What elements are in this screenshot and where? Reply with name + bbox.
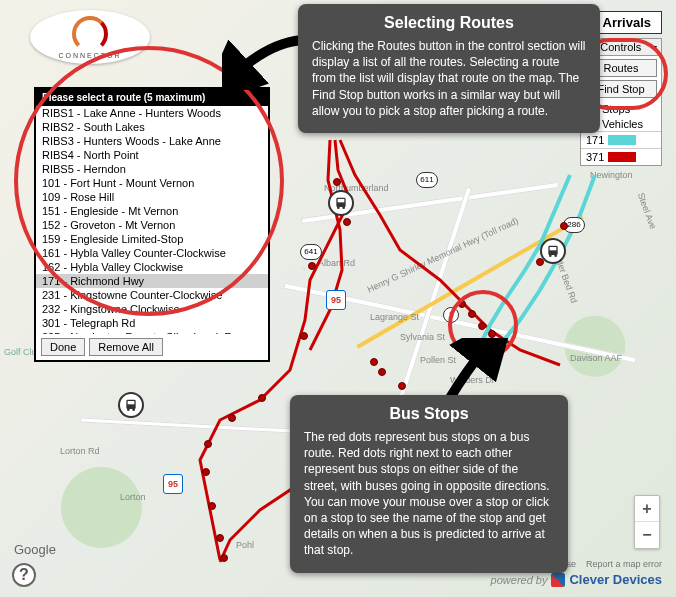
route-list-item[interactable]: RIBS3 - Hunters Woods - Lake Anne [36, 134, 268, 148]
bus-stop[interactable] [333, 178, 341, 186]
bus-stop[interactable] [458, 300, 466, 308]
route-legend-number: 371 [586, 151, 604, 163]
route-list-item[interactable]: RIBS4 - North Point [36, 148, 268, 162]
bus-stop[interactable] [300, 332, 308, 340]
arrivals-button[interactable]: Arrivals [592, 11, 662, 34]
callout-body: The red dots represent bus stops on a bu… [304, 429, 554, 559]
bus-stop[interactable] [398, 382, 406, 390]
zoom-control: + − [634, 495, 660, 549]
svg-point-7 [132, 408, 135, 411]
svg-point-3 [342, 206, 345, 209]
callout-selecting-routes: Selecting Routes Clicking the Routes but… [298, 4, 600, 133]
route-list-item[interactable]: 101 - Fort Hunt - Mount Vernon [36, 176, 268, 190]
bus-stop[interactable] [216, 534, 224, 542]
route-shield-641: 641 [300, 244, 322, 260]
clever-devices-icon [551, 573, 565, 587]
bus-vehicle-icon[interactable] [118, 392, 144, 418]
route-list-item[interactable]: 232 - Kingstowne Clockwise [36, 302, 268, 316]
callout-title: Bus Stops [304, 405, 554, 423]
callout-bus-stops: Bus Stops The red dots represent bus sto… [290, 395, 568, 573]
logo-text: CONNECTOR [59, 52, 122, 59]
route-list-item[interactable]: 162 - Hybla Valley Clockwise [36, 260, 268, 274]
remove-all-button[interactable]: Remove All [89, 338, 163, 356]
bus-stop[interactable] [228, 414, 236, 422]
road-label: Sylvania St [400, 332, 445, 342]
route-shield-i95: 95 [163, 474, 183, 494]
svg-rect-9 [550, 247, 557, 250]
route-list-item[interactable]: 152 - Groveton - Mt Vernon [36, 218, 268, 232]
report-error-link[interactable]: Report a map error [586, 559, 662, 569]
route-list-item[interactable]: 231 - Kingstowne Counter-Clockwise [36, 288, 268, 302]
route-list-item[interactable]: 161 - Hybla Valley Counter-Clockwise [36, 246, 268, 260]
place-label: Lorton [120, 492, 146, 502]
route-color-swatch [608, 135, 636, 145]
route-legend-number: 171 [586, 134, 604, 146]
road-label: Lagrange St [370, 312, 419, 322]
done-button[interactable]: Done [41, 338, 85, 356]
bus-stop[interactable] [343, 218, 351, 226]
route-color-swatch [608, 152, 636, 162]
bus-stop[interactable] [220, 554, 228, 562]
route-list-item[interactable]: 159 - Engleside Limited-Stop [36, 232, 268, 246]
place-label: Newington [590, 170, 633, 180]
zoom-in-button[interactable]: + [635, 496, 659, 522]
zoom-out-button[interactable]: − [635, 522, 659, 548]
vehicles-checkbox-label: Vehicles [602, 118, 643, 130]
svg-point-10 [549, 254, 552, 257]
route-list[interactable]: RIBS1 - Lake Anne - Hunters WoodsRIBS2 -… [36, 106, 268, 334]
stops-checkbox-label: Stops [602, 103, 630, 115]
chevron-down-icon: ▾ [652, 42, 657, 53]
powered-pre: powered by [491, 574, 548, 586]
svg-point-6 [127, 408, 130, 411]
svg-point-11 [554, 254, 557, 257]
route-list-item[interactable]: 301 - Telegraph Rd [36, 316, 268, 330]
bus-stop[interactable] [204, 440, 212, 448]
route-legend-row[interactable]: 371 [581, 148, 661, 165]
connector-logo: CONNECTOR [30, 10, 150, 64]
route-list-item[interactable]: 151 - Engleside - Mt Vernon [36, 204, 268, 218]
route-list-item[interactable]: RIBS2 - South Lakes [36, 120, 268, 134]
google-logo: Google [14, 542, 56, 557]
route-list-item[interactable]: 171 - Richmond Hwy [36, 274, 268, 288]
route-shield-611: 611 [416, 172, 438, 188]
road-label: Lorton Rd [60, 446, 100, 456]
powered-name: Clever Devices [569, 572, 662, 587]
callout-body: Clicking the Routes button in the contro… [312, 38, 586, 119]
bus-stop[interactable] [370, 358, 378, 366]
bus-vehicle-icon[interactable] [328, 190, 354, 216]
route-shield-1: 1 [443, 307, 459, 323]
bus-stop[interactable] [258, 394, 266, 402]
bus-stop[interactable] [378, 368, 386, 376]
place-label: Davison AAF [570, 353, 622, 363]
route-legend-row[interactable]: 171 [581, 131, 661, 148]
svg-rect-5 [128, 401, 135, 404]
powered-by: powered by Clever Devices [491, 572, 662, 587]
svg-rect-1 [338, 199, 345, 202]
callout-title: Selecting Routes [312, 14, 586, 32]
bus-vehicle-icon[interactable] [540, 238, 566, 264]
bus-stop[interactable] [308, 262, 316, 270]
bus-stop[interactable] [468, 310, 476, 318]
logo-swirl-icon [72, 16, 108, 52]
route-selector-panel: Please select a route (5 maximum) RIBS1 … [34, 87, 270, 362]
bus-stop[interactable] [202, 468, 210, 476]
route-shield-i95: 95 [326, 290, 346, 310]
route-selector-title: Please select a route (5 maximum) [36, 89, 268, 106]
route-list-item[interactable]: 109 - Rose Hill [36, 190, 268, 204]
bus-stop[interactable] [208, 502, 216, 510]
bus-stop[interactable] [560, 222, 568, 230]
help-button[interactable]: ? [12, 563, 36, 587]
road-label: Alban Rd [318, 258, 355, 268]
bus-stop[interactable] [488, 330, 496, 338]
svg-point-2 [337, 206, 340, 209]
route-list-item[interactable]: RIBS5 - Herndon [36, 162, 268, 176]
bus-stop[interactable] [478, 322, 486, 330]
route-list-item[interactable]: RIBS1 - Lake Anne - Hunters Woods [36, 106, 268, 120]
place-label: Pohl [236, 540, 254, 550]
